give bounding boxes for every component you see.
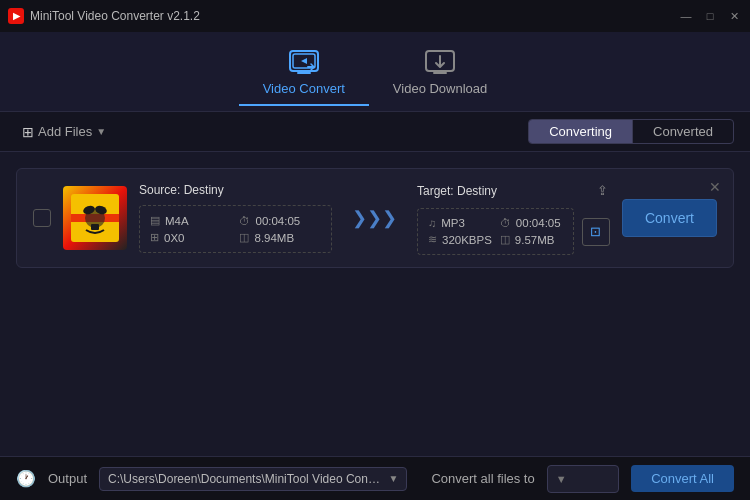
title-bar-left: ▶ MiniTool Video Converter v2.1.2: [8, 8, 200, 24]
convert-all-dropdown[interactable]: ▼: [547, 465, 619, 493]
bottom-bar: 🕐 Output C:\Users\Doreen\Documents\MiniT…: [0, 456, 750, 500]
source-format: M4A: [165, 215, 189, 227]
clock-icon: 🕐: [16, 469, 36, 488]
size-icon: ◫: [239, 231, 249, 244]
close-button[interactable]: ✕: [726, 8, 742, 24]
target-edit-icon[interactable]: ⇪: [595, 181, 610, 200]
app-title: MiniTool Video Converter v2.1.2: [30, 9, 200, 23]
maximize-button[interactable]: □: [702, 8, 718, 24]
target-bitrate-icon: ≋: [428, 233, 437, 246]
target-format-row: ♫ MP3: [428, 217, 492, 229]
tab-converted[interactable]: Converted: [633, 120, 733, 143]
source-resolution-row: ⊞ 0X0: [150, 231, 231, 244]
title-bar: ▶ MiniTool Video Converter v2.1.2 — □ ✕: [0, 0, 750, 32]
tab-converting[interactable]: Converting: [529, 120, 633, 143]
target-size-icon: ◫: [500, 233, 510, 246]
source-format-row: ▤ M4A: [150, 214, 231, 227]
source-size-row: ◫ 8.94MB: [239, 231, 321, 244]
add-files-icon: ⊞: [22, 124, 34, 140]
output-path-box[interactable]: C:\Users\Doreen\Documents\MiniTool Video…: [99, 467, 407, 491]
source-size: 8.94MB: [254, 232, 294, 244]
target-box-row: ♫ MP3 ⏱ 00:04:05 ≋ 320KBPS ◫ 9.57MB: [417, 208, 610, 255]
target-bitrate: 320KBPS: [442, 234, 492, 246]
source-info-box: ▤ M4A ⏱ 00:04:05 ⊞ 0X0 ◫ 8.94MB: [139, 205, 332, 253]
duration-icon: ⏱: [239, 215, 250, 227]
add-files-label: Add Files: [38, 124, 92, 139]
convert-arrow: ❯❯❯: [344, 207, 405, 229]
add-files-dropdown-arrow: ▼: [96, 126, 106, 137]
target-block: Target: Destiny ⇪ ♫ MP3 ⏱ 00:04:05 ≋: [417, 181, 610, 255]
target-format: MP3: [441, 217, 465, 229]
nav-item-video-convert[interactable]: Video Convert: [239, 37, 369, 106]
add-files-button[interactable]: ⊞ Add Files ▼: [16, 120, 112, 144]
nav-bar: Video Convert Video Download: [0, 32, 750, 112]
title-bar-controls: — □ ✕: [678, 8, 742, 24]
main-content: Source: Destiny ▤ M4A ⏱ 00:04:05 ⊞ 0X0 ◫…: [0, 152, 750, 456]
file-thumbnail: [63, 186, 127, 250]
nav-label-video-convert: Video Convert: [263, 81, 345, 96]
target-folder-icon[interactable]: ⊡: [582, 218, 610, 246]
format-icon: ▤: [150, 214, 160, 227]
app-logo: ▶: [8, 8, 24, 24]
card-close-icon[interactable]: ✕: [705, 177, 725, 197]
nav-item-video-download[interactable]: Video Download: [369, 37, 511, 106]
source-block: Source: Destiny ▤ M4A ⏱ 00:04:05 ⊞ 0X0 ◫…: [139, 183, 332, 253]
target-size-row: ◫ 9.57MB: [500, 233, 563, 246]
output-label: Output: [48, 471, 87, 486]
video-download-icon: [424, 45, 456, 77]
output-path-arrow: ▼: [388, 473, 398, 484]
output-path-text: C:\Users\Doreen\Documents\MiniTool Video…: [108, 472, 384, 486]
minimize-button[interactable]: —: [678, 8, 694, 24]
source-resolution: 0X0: [164, 232, 184, 244]
convert-all-button[interactable]: Convert All: [631, 465, 734, 492]
convert-button[interactable]: Convert: [622, 199, 717, 237]
convert-all-label: Convert all files to: [431, 471, 534, 486]
source-duration: 00:04:05: [255, 215, 300, 227]
target-info-box: ♫ MP3 ⏱ 00:04:05 ≋ 320KBPS ◫ 9.57MB: [417, 208, 574, 255]
video-convert-icon: [288, 45, 320, 77]
target-size: 9.57MB: [515, 234, 555, 246]
file-card-checkbox[interactable]: [33, 209, 51, 227]
toolbar: ⊞ Add Files ▼ Converting Converted: [0, 112, 750, 152]
source-header: Source: Destiny: [139, 183, 332, 197]
target-header: Target: Destiny: [417, 184, 497, 198]
target-duration-row: ⏱ 00:04:05: [500, 217, 563, 229]
nav-label-video-download: Video Download: [393, 81, 487, 96]
target-bitrate-row: ≋ 320KBPS: [428, 233, 492, 246]
svg-rect-8: [91, 224, 99, 230]
file-card: Source: Destiny ▤ M4A ⏱ 00:04:05 ⊞ 0X0 ◫…: [16, 168, 734, 268]
target-duration: 00:04:05: [516, 217, 561, 229]
resolution-icon: ⊞: [150, 231, 159, 244]
source-duration-row: ⏱ 00:04:05: [239, 214, 321, 227]
target-header-row: Target: Destiny ⇪: [417, 181, 610, 200]
tab-group: Converting Converted: [528, 119, 734, 144]
target-duration-icon: ⏱: [500, 217, 511, 229]
target-format-icon: ♫: [428, 217, 436, 229]
